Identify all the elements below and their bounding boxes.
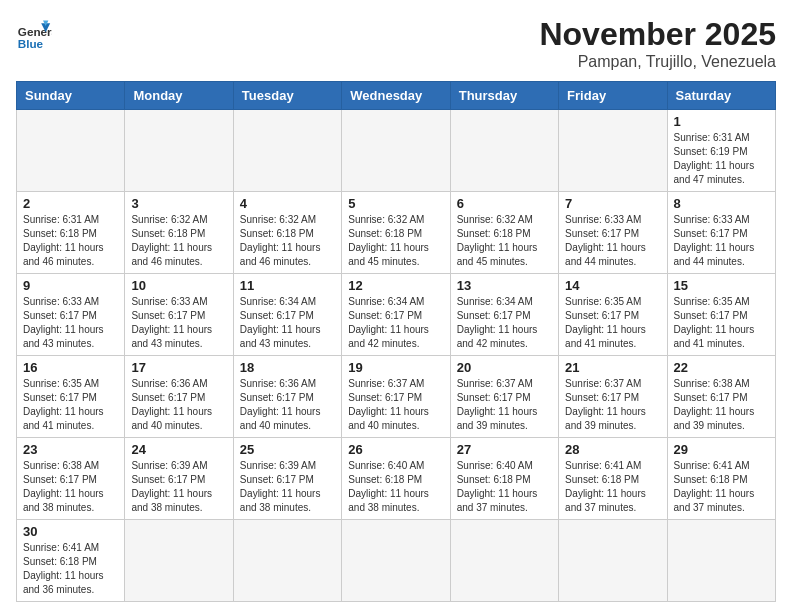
calendar-cell: 29Sunrise: 6:41 AM Sunset: 6:18 PM Dayli… <box>667 438 775 520</box>
calendar-cell <box>17 110 125 192</box>
day-info: Sunrise: 6:37 AM Sunset: 6:17 PM Dayligh… <box>348 377 443 433</box>
calendar-cell <box>342 110 450 192</box>
calendar-table: SundayMondayTuesdayWednesdayThursdayFrid… <box>16 81 776 602</box>
main-title: November 2025 <box>539 16 776 53</box>
weekday-header-monday: Monday <box>125 82 233 110</box>
calendar-cell: 14Sunrise: 6:35 AM Sunset: 6:17 PM Dayli… <box>559 274 667 356</box>
weekday-header-row: SundayMondayTuesdayWednesdayThursdayFrid… <box>17 82 776 110</box>
day-number: 24 <box>131 442 226 457</box>
calendar-cell: 1Sunrise: 6:31 AM Sunset: 6:19 PM Daylig… <box>667 110 775 192</box>
weekday-header-saturday: Saturday <box>667 82 775 110</box>
day-number: 23 <box>23 442 118 457</box>
calendar-cell: 15Sunrise: 6:35 AM Sunset: 6:17 PM Dayli… <box>667 274 775 356</box>
day-info: Sunrise: 6:37 AM Sunset: 6:17 PM Dayligh… <box>457 377 552 433</box>
day-info: Sunrise: 6:41 AM Sunset: 6:18 PM Dayligh… <box>565 459 660 515</box>
day-number: 27 <box>457 442 552 457</box>
day-info: Sunrise: 6:39 AM Sunset: 6:17 PM Dayligh… <box>240 459 335 515</box>
day-info: Sunrise: 6:34 AM Sunset: 6:17 PM Dayligh… <box>240 295 335 351</box>
calendar-cell: 20Sunrise: 6:37 AM Sunset: 6:17 PM Dayli… <box>450 356 558 438</box>
calendar-cell: 19Sunrise: 6:37 AM Sunset: 6:17 PM Dayli… <box>342 356 450 438</box>
calendar-cell: 9Sunrise: 6:33 AM Sunset: 6:17 PM Daylig… <box>17 274 125 356</box>
calendar-cell: 24Sunrise: 6:39 AM Sunset: 6:17 PM Dayli… <box>125 438 233 520</box>
day-info: Sunrise: 6:35 AM Sunset: 6:17 PM Dayligh… <box>23 377 118 433</box>
calendar-cell: 4Sunrise: 6:32 AM Sunset: 6:18 PM Daylig… <box>233 192 341 274</box>
calendar-cell: 11Sunrise: 6:34 AM Sunset: 6:17 PM Dayli… <box>233 274 341 356</box>
weekday-header-tuesday: Tuesday <box>233 82 341 110</box>
calendar-week-2: 9Sunrise: 6:33 AM Sunset: 6:17 PM Daylig… <box>17 274 776 356</box>
weekday-header-sunday: Sunday <box>17 82 125 110</box>
svg-text:Blue: Blue <box>18 37 44 50</box>
calendar-cell: 16Sunrise: 6:35 AM Sunset: 6:17 PM Dayli… <box>17 356 125 438</box>
calendar-cell: 5Sunrise: 6:32 AM Sunset: 6:18 PM Daylig… <box>342 192 450 274</box>
day-number: 15 <box>674 278 769 293</box>
day-number: 3 <box>131 196 226 211</box>
day-number: 26 <box>348 442 443 457</box>
calendar-cell: 8Sunrise: 6:33 AM Sunset: 6:17 PM Daylig… <box>667 192 775 274</box>
day-info: Sunrise: 6:33 AM Sunset: 6:17 PM Dayligh… <box>23 295 118 351</box>
calendar-cell: 17Sunrise: 6:36 AM Sunset: 6:17 PM Dayli… <box>125 356 233 438</box>
calendar-cell: 26Sunrise: 6:40 AM Sunset: 6:18 PM Dayli… <box>342 438 450 520</box>
day-info: Sunrise: 6:34 AM Sunset: 6:17 PM Dayligh… <box>348 295 443 351</box>
day-info: Sunrise: 6:36 AM Sunset: 6:17 PM Dayligh… <box>240 377 335 433</box>
calendar-cell <box>450 110 558 192</box>
calendar-cell: 27Sunrise: 6:40 AM Sunset: 6:18 PM Dayli… <box>450 438 558 520</box>
calendar-week-5: 30Sunrise: 6:41 AM Sunset: 6:18 PM Dayli… <box>17 520 776 602</box>
calendar-cell: 13Sunrise: 6:34 AM Sunset: 6:17 PM Dayli… <box>450 274 558 356</box>
calendar-cell: 22Sunrise: 6:38 AM Sunset: 6:17 PM Dayli… <box>667 356 775 438</box>
day-info: Sunrise: 6:41 AM Sunset: 6:18 PM Dayligh… <box>23 541 118 597</box>
weekday-header-friday: Friday <box>559 82 667 110</box>
day-info: Sunrise: 6:33 AM Sunset: 6:17 PM Dayligh… <box>131 295 226 351</box>
header: General Blue November 2025 Pampan, Truji… <box>16 16 776 71</box>
title-section: November 2025 Pampan, Trujillo, Venezuel… <box>539 16 776 71</box>
day-number: 1 <box>674 114 769 129</box>
day-info: Sunrise: 6:31 AM Sunset: 6:18 PM Dayligh… <box>23 213 118 269</box>
day-number: 29 <box>674 442 769 457</box>
calendar-cell: 28Sunrise: 6:41 AM Sunset: 6:18 PM Dayli… <box>559 438 667 520</box>
calendar-cell: 7Sunrise: 6:33 AM Sunset: 6:17 PM Daylig… <box>559 192 667 274</box>
day-info: Sunrise: 6:32 AM Sunset: 6:18 PM Dayligh… <box>240 213 335 269</box>
day-info: Sunrise: 6:34 AM Sunset: 6:17 PM Dayligh… <box>457 295 552 351</box>
day-number: 30 <box>23 524 118 539</box>
day-number: 11 <box>240 278 335 293</box>
day-number: 18 <box>240 360 335 375</box>
day-number: 5 <box>348 196 443 211</box>
day-number: 16 <box>23 360 118 375</box>
day-info: Sunrise: 6:40 AM Sunset: 6:18 PM Dayligh… <box>348 459 443 515</box>
calendar-cell: 18Sunrise: 6:36 AM Sunset: 6:17 PM Dayli… <box>233 356 341 438</box>
day-number: 19 <box>348 360 443 375</box>
calendar-cell <box>233 520 341 602</box>
day-info: Sunrise: 6:32 AM Sunset: 6:18 PM Dayligh… <box>457 213 552 269</box>
calendar-cell <box>450 520 558 602</box>
calendar-cell <box>233 110 341 192</box>
calendar-cell <box>559 520 667 602</box>
calendar-cell: 12Sunrise: 6:34 AM Sunset: 6:17 PM Dayli… <box>342 274 450 356</box>
day-info: Sunrise: 6:36 AM Sunset: 6:17 PM Dayligh… <box>131 377 226 433</box>
day-number: 8 <box>674 196 769 211</box>
day-info: Sunrise: 6:38 AM Sunset: 6:17 PM Dayligh… <box>23 459 118 515</box>
calendar-cell: 25Sunrise: 6:39 AM Sunset: 6:17 PM Dayli… <box>233 438 341 520</box>
day-number: 2 <box>23 196 118 211</box>
weekday-header-thursday: Thursday <box>450 82 558 110</box>
day-number: 20 <box>457 360 552 375</box>
calendar-cell: 6Sunrise: 6:32 AM Sunset: 6:18 PM Daylig… <box>450 192 558 274</box>
page-container: General Blue November 2025 Pampan, Truji… <box>16 16 776 602</box>
subtitle: Pampan, Trujillo, Venezuela <box>539 53 776 71</box>
day-number: 10 <box>131 278 226 293</box>
calendar-cell <box>667 520 775 602</box>
calendar-cell <box>559 110 667 192</box>
calendar-cell: 2Sunrise: 6:31 AM Sunset: 6:18 PM Daylig… <box>17 192 125 274</box>
calendar-cell <box>125 110 233 192</box>
calendar-cell: 21Sunrise: 6:37 AM Sunset: 6:17 PM Dayli… <box>559 356 667 438</box>
day-number: 6 <box>457 196 552 211</box>
day-number: 13 <box>457 278 552 293</box>
day-info: Sunrise: 6:31 AM Sunset: 6:19 PM Dayligh… <box>674 131 769 187</box>
day-info: Sunrise: 6:41 AM Sunset: 6:18 PM Dayligh… <box>674 459 769 515</box>
day-info: Sunrise: 6:39 AM Sunset: 6:17 PM Dayligh… <box>131 459 226 515</box>
calendar-week-3: 16Sunrise: 6:35 AM Sunset: 6:17 PM Dayli… <box>17 356 776 438</box>
calendar-cell: 10Sunrise: 6:33 AM Sunset: 6:17 PM Dayli… <box>125 274 233 356</box>
day-number: 4 <box>240 196 335 211</box>
calendar-cell: 30Sunrise: 6:41 AM Sunset: 6:18 PM Dayli… <box>17 520 125 602</box>
day-number: 28 <box>565 442 660 457</box>
day-number: 14 <box>565 278 660 293</box>
calendar-cell <box>342 520 450 602</box>
